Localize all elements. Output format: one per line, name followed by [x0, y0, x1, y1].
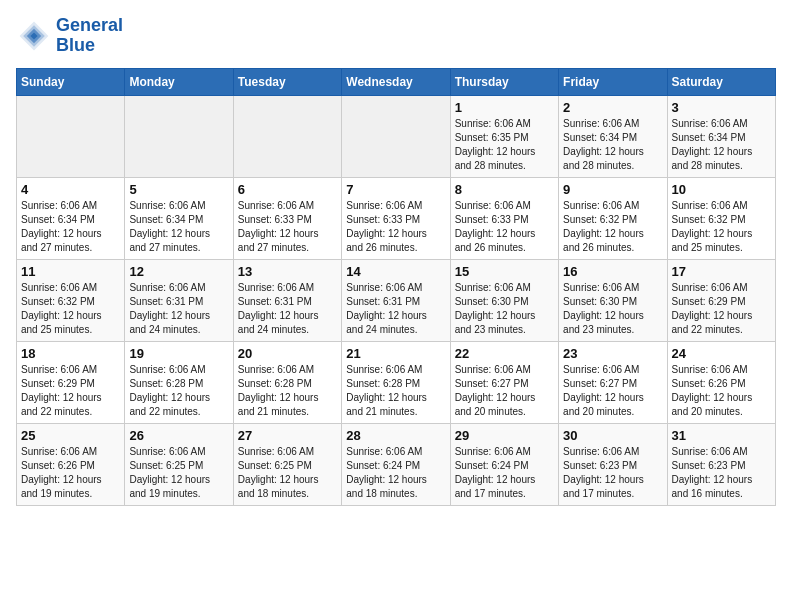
day-number: 25 [21, 428, 120, 443]
calendar-cell: 27Sunrise: 6:06 AM Sunset: 6:25 PM Dayli… [233, 423, 341, 505]
day-info: Sunrise: 6:06 AM Sunset: 6:25 PM Dayligh… [238, 445, 337, 501]
day-info: Sunrise: 6:06 AM Sunset: 6:25 PM Dayligh… [129, 445, 228, 501]
calendar-week-row: 4Sunrise: 6:06 AM Sunset: 6:34 PM Daylig… [17, 177, 776, 259]
calendar-cell: 20Sunrise: 6:06 AM Sunset: 6:28 PM Dayli… [233, 341, 341, 423]
calendar-cell: 13Sunrise: 6:06 AM Sunset: 6:31 PM Dayli… [233, 259, 341, 341]
day-number: 20 [238, 346, 337, 361]
calendar-cell: 23Sunrise: 6:06 AM Sunset: 6:27 PM Dayli… [559, 341, 667, 423]
calendar-cell: 30Sunrise: 6:06 AM Sunset: 6:23 PM Dayli… [559, 423, 667, 505]
calendar-cell: 26Sunrise: 6:06 AM Sunset: 6:25 PM Dayli… [125, 423, 233, 505]
calendar-cell: 21Sunrise: 6:06 AM Sunset: 6:28 PM Dayli… [342, 341, 450, 423]
day-info: Sunrise: 6:06 AM Sunset: 6:31 PM Dayligh… [129, 281, 228, 337]
day-info: Sunrise: 6:06 AM Sunset: 6:29 PM Dayligh… [21, 363, 120, 419]
day-info: Sunrise: 6:06 AM Sunset: 6:31 PM Dayligh… [238, 281, 337, 337]
calendar-cell: 8Sunrise: 6:06 AM Sunset: 6:33 PM Daylig… [450, 177, 558, 259]
calendar-cell: 18Sunrise: 6:06 AM Sunset: 6:29 PM Dayli… [17, 341, 125, 423]
day-number: 3 [672, 100, 771, 115]
day-info: Sunrise: 6:06 AM Sunset: 6:34 PM Dayligh… [129, 199, 228, 255]
day-info: Sunrise: 6:06 AM Sunset: 6:30 PM Dayligh… [455, 281, 554, 337]
day-info: Sunrise: 6:06 AM Sunset: 6:29 PM Dayligh… [672, 281, 771, 337]
day-info: Sunrise: 6:06 AM Sunset: 6:27 PM Dayligh… [563, 363, 662, 419]
day-number: 29 [455, 428, 554, 443]
day-number: 2 [563, 100, 662, 115]
calendar-cell [17, 95, 125, 177]
calendar-week-row: 11Sunrise: 6:06 AM Sunset: 6:32 PM Dayli… [17, 259, 776, 341]
calendar-cell: 14Sunrise: 6:06 AM Sunset: 6:31 PM Dayli… [342, 259, 450, 341]
day-number: 28 [346, 428, 445, 443]
calendar-cell [233, 95, 341, 177]
calendar-cell: 15Sunrise: 6:06 AM Sunset: 6:30 PM Dayli… [450, 259, 558, 341]
calendar-cell: 1Sunrise: 6:06 AM Sunset: 6:35 PM Daylig… [450, 95, 558, 177]
day-info: Sunrise: 6:06 AM Sunset: 6:30 PM Dayligh… [563, 281, 662, 337]
logo-text: General Blue [56, 16, 123, 56]
day-info: Sunrise: 6:06 AM Sunset: 6:33 PM Dayligh… [346, 199, 445, 255]
day-info: Sunrise: 6:06 AM Sunset: 6:28 PM Dayligh… [346, 363, 445, 419]
calendar-cell: 24Sunrise: 6:06 AM Sunset: 6:26 PM Dayli… [667, 341, 775, 423]
calendar-cell: 31Sunrise: 6:06 AM Sunset: 6:23 PM Dayli… [667, 423, 775, 505]
day-number: 6 [238, 182, 337, 197]
day-number: 23 [563, 346, 662, 361]
day-number: 16 [563, 264, 662, 279]
day-info: Sunrise: 6:06 AM Sunset: 6:31 PM Dayligh… [346, 281, 445, 337]
day-info: Sunrise: 6:06 AM Sunset: 6:34 PM Dayligh… [672, 117, 771, 173]
calendar-table: SundayMondayTuesdayWednesdayThursdayFrid… [16, 68, 776, 506]
day-info: Sunrise: 6:06 AM Sunset: 6:24 PM Dayligh… [455, 445, 554, 501]
day-info: Sunrise: 6:06 AM Sunset: 6:26 PM Dayligh… [21, 445, 120, 501]
day-number: 13 [238, 264, 337, 279]
calendar-cell: 17Sunrise: 6:06 AM Sunset: 6:29 PM Dayli… [667, 259, 775, 341]
weekday-header: Saturday [667, 68, 775, 95]
day-info: Sunrise: 6:06 AM Sunset: 6:23 PM Dayligh… [672, 445, 771, 501]
day-info: Sunrise: 6:06 AM Sunset: 6:32 PM Dayligh… [21, 281, 120, 337]
calendar-cell: 6Sunrise: 6:06 AM Sunset: 6:33 PM Daylig… [233, 177, 341, 259]
day-info: Sunrise: 6:06 AM Sunset: 6:28 PM Dayligh… [129, 363, 228, 419]
weekday-header: Thursday [450, 68, 558, 95]
day-number: 8 [455, 182, 554, 197]
day-number: 18 [21, 346, 120, 361]
calendar-cell [125, 95, 233, 177]
calendar-week-row: 18Sunrise: 6:06 AM Sunset: 6:29 PM Dayli… [17, 341, 776, 423]
calendar-cell: 19Sunrise: 6:06 AM Sunset: 6:28 PM Dayli… [125, 341, 233, 423]
day-number: 15 [455, 264, 554, 279]
calendar-cell: 22Sunrise: 6:06 AM Sunset: 6:27 PM Dayli… [450, 341, 558, 423]
weekday-header: Sunday [17, 68, 125, 95]
calendar-cell: 28Sunrise: 6:06 AM Sunset: 6:24 PM Dayli… [342, 423, 450, 505]
calendar-cell: 5Sunrise: 6:06 AM Sunset: 6:34 PM Daylig… [125, 177, 233, 259]
day-number: 14 [346, 264, 445, 279]
day-number: 4 [21, 182, 120, 197]
day-number: 12 [129, 264, 228, 279]
calendar-header: SundayMondayTuesdayWednesdayThursdayFrid… [17, 68, 776, 95]
calendar-cell: 12Sunrise: 6:06 AM Sunset: 6:31 PM Dayli… [125, 259, 233, 341]
day-info: Sunrise: 6:06 AM Sunset: 6:33 PM Dayligh… [455, 199, 554, 255]
day-number: 30 [563, 428, 662, 443]
weekday-header: Friday [559, 68, 667, 95]
day-number: 10 [672, 182, 771, 197]
day-number: 7 [346, 182, 445, 197]
day-info: Sunrise: 6:06 AM Sunset: 6:34 PM Dayligh… [563, 117, 662, 173]
day-info: Sunrise: 6:06 AM Sunset: 6:27 PM Dayligh… [455, 363, 554, 419]
day-number: 11 [21, 264, 120, 279]
calendar-week-row: 25Sunrise: 6:06 AM Sunset: 6:26 PM Dayli… [17, 423, 776, 505]
calendar-cell: 7Sunrise: 6:06 AM Sunset: 6:33 PM Daylig… [342, 177, 450, 259]
day-info: Sunrise: 6:06 AM Sunset: 6:32 PM Dayligh… [563, 199, 662, 255]
calendar-cell: 2Sunrise: 6:06 AM Sunset: 6:34 PM Daylig… [559, 95, 667, 177]
weekday-header: Wednesday [342, 68, 450, 95]
day-number: 9 [563, 182, 662, 197]
day-number: 5 [129, 182, 228, 197]
day-number: 19 [129, 346, 228, 361]
calendar-week-row: 1Sunrise: 6:06 AM Sunset: 6:35 PM Daylig… [17, 95, 776, 177]
page-header: General Blue [16, 16, 776, 56]
day-number: 31 [672, 428, 771, 443]
day-number: 22 [455, 346, 554, 361]
day-info: Sunrise: 6:06 AM Sunset: 6:24 PM Dayligh… [346, 445, 445, 501]
calendar-cell: 4Sunrise: 6:06 AM Sunset: 6:34 PM Daylig… [17, 177, 125, 259]
day-number: 1 [455, 100, 554, 115]
day-number: 26 [129, 428, 228, 443]
day-info: Sunrise: 6:06 AM Sunset: 6:33 PM Dayligh… [238, 199, 337, 255]
calendar-cell: 25Sunrise: 6:06 AM Sunset: 6:26 PM Dayli… [17, 423, 125, 505]
day-info: Sunrise: 6:06 AM Sunset: 6:34 PM Dayligh… [21, 199, 120, 255]
calendar-cell: 3Sunrise: 6:06 AM Sunset: 6:34 PM Daylig… [667, 95, 775, 177]
logo: General Blue [16, 16, 123, 56]
weekday-header: Tuesday [233, 68, 341, 95]
day-number: 17 [672, 264, 771, 279]
day-info: Sunrise: 6:06 AM Sunset: 6:28 PM Dayligh… [238, 363, 337, 419]
